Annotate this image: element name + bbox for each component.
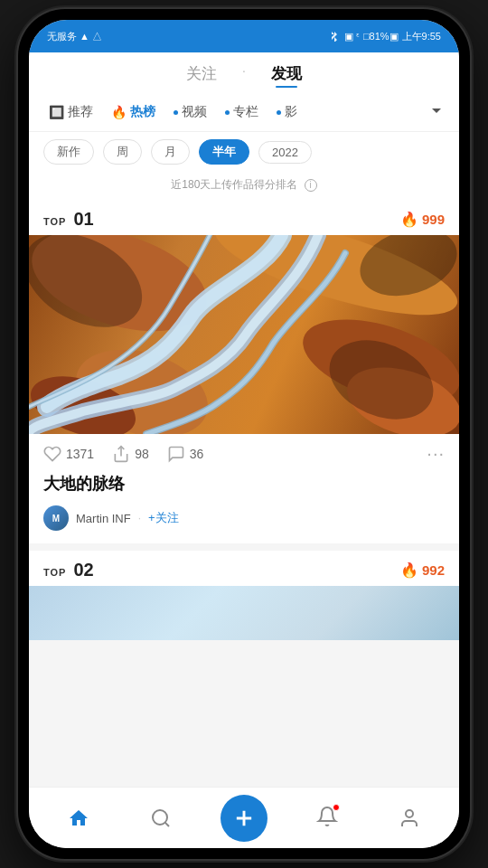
cat-movie-label: 影 [285,104,297,120]
movie-dot [277,110,281,115]
filter-halfyear[interactable]: 半年 [199,139,249,165]
fire-score-icon-1: 🔥 [400,211,418,228]
filter-bar: 新作 周 月 半年 2022 [29,132,459,172]
cat-recommend-label: 推荐 [68,104,93,120]
column-dot [225,110,230,115]
tab-follow[interactable]: 关注 [186,63,217,84]
filter-2022[interactable]: 2022 [258,141,312,164]
score-value-2: 992 [422,562,445,578]
svg-point-5 [406,810,413,817]
info-bar: 近180天上传作品得分排名 i [29,172,459,200]
rank-score-1: 🔥 999 [400,211,445,228]
status-battery: □81%▣ [363,31,399,42]
comment-icon [167,445,185,463]
notify-badge [333,804,340,811]
header-nav: 关注 · 发现 [29,52,459,93]
heart-icon [43,445,61,463]
post-title-1: 大地的脉络 [29,473,459,502]
status-left: 无服务 ▲ △ [47,30,102,43]
post-stats-1: 1371 98 36 ··· [29,434,459,473]
stat-likes-1: 1371 [43,445,94,463]
filter-week[interactable]: 周 [103,139,142,165]
cat-hot-label: 热榜 [130,104,155,120]
rank-top-label-2: TOP [43,567,66,578]
plus-icon [231,806,257,831]
post-author-1: M Martin INF · +关注 [29,502,459,543]
rank-header-2: TOP 02 🔥 992 [29,551,459,586]
cat-column[interactable]: 专栏 [220,100,264,124]
nav-notify[interactable] [305,806,350,831]
nav-home[interactable] [56,807,101,829]
rank-number-1: 01 [73,209,93,230]
info-icon: i [305,179,317,192]
svg-line-2 [165,822,169,826]
post-image-2-strip [29,586,459,640]
comments-count-1: 36 [190,447,204,461]
rank-score-2: 🔥 992 [400,561,445,579]
nav-separator: · [242,63,246,84]
profile-icon [399,807,420,829]
rank-header-1: TOP 01 🔥 999 [29,200,459,235]
home-icon [68,807,89,829]
nav-search[interactable] [138,807,183,829]
share-icon [112,445,130,463]
author-dot-1: · [138,512,141,524]
video-dot [174,110,178,115]
stat-shares-1: 98 [112,445,149,463]
svg-point-1 [153,810,167,825]
cat-column-label: 专栏 [233,104,258,120]
more-options-1[interactable]: ··· [427,443,445,464]
bluetooth-icon [328,31,341,42]
fire-cat-icon: 🔥 [111,105,127,119]
status-bar: 无服务 ▲ △ ▣ ᵋ □81%▣ 上午9:55 [29,20,459,52]
filter-month[interactable]: 月 [151,139,190,165]
stat-comments-1: 36 [167,445,204,463]
cat-recommend[interactable]: 🔲 推荐 [43,100,99,124]
status-time: 上午9:55 [402,30,441,43]
author-avatar-1: M [43,505,69,531]
add-post-button[interactable] [221,795,267,842]
rank-badge-2: TOP 02 [43,560,94,580]
post-image-canvas-1 [29,235,459,434]
nav-profile[interactable] [387,807,432,829]
author-name-1[interactable]: Martin INF [76,512,131,525]
status-right: ▣ ᵋ □81%▣ 上午9:55 [328,30,441,43]
cat-video[interactable]: 视频 [168,100,212,124]
cat-movie[interactable]: 影 [271,100,303,124]
rank-badge-1: TOP 01 [43,209,94,230]
scroll-content[interactable]: TOP 01 🔥 999 1 [29,200,459,787]
follow-button-1[interactable]: +关注 [148,510,179,526]
tab-discover[interactable]: 发现 [271,63,302,84]
nav-tabs: 关注 · 发现 [29,63,459,93]
cat-video-label: 视频 [182,104,207,120]
post-image-1[interactable] [29,235,459,434]
search-icon [150,807,172,829]
bottom-nav [29,787,459,848]
score-value-1: 999 [422,212,445,227]
shares-count-1: 98 [135,447,149,461]
recommend-icon: 🔲 [49,105,64,119]
category-bar: 🔲 推荐 🔥 热榜 视频 专栏 影 [29,93,459,132]
fire-score-icon-2: 🔥 [400,561,418,579]
author-avatar-inner: M [43,505,69,531]
post-card-1: TOP 01 🔥 999 1 [29,200,459,543]
info-text: 近180天上传作品得分排名 [171,178,297,191]
rank-number-2: 02 [73,560,93,580]
expand-categories-button[interactable] [428,102,445,122]
rank-top-label-1: TOP [43,216,66,227]
cat-hot[interactable]: 🔥 热榜 [106,100,161,124]
post-card-2: TOP 02 🔥 992 [29,551,459,640]
status-signal: ▣ ᵋ [344,31,360,42]
likes-count-1: 1371 [66,447,94,461]
filter-new[interactable]: 新作 [43,139,94,165]
